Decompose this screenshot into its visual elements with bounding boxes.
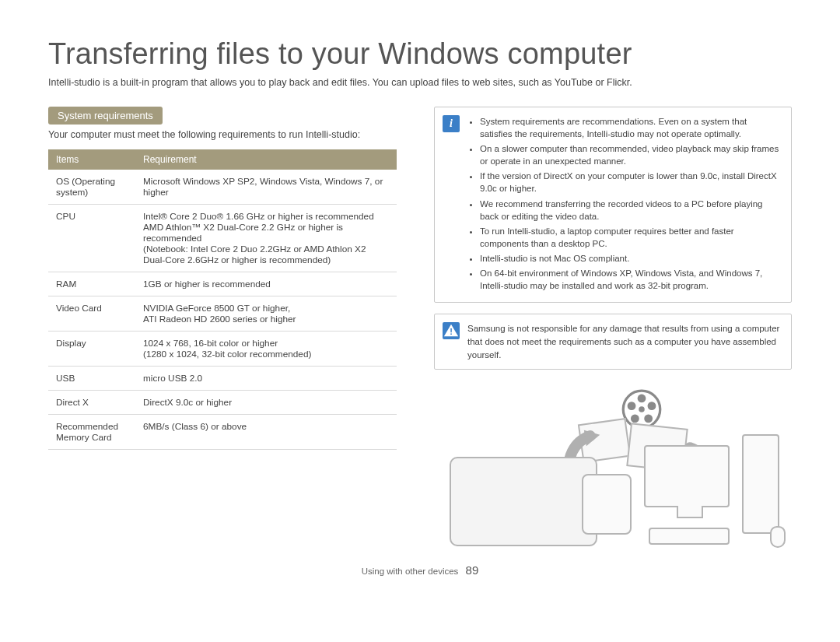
table-row: Direct XDirectX 9.0c or higher [48, 391, 397, 415]
svg-point-5 [648, 402, 656, 411]
table-row: Display1024 x 768, 16-bit color or highe… [48, 332, 397, 367]
cell-requirement: 1024 x 768, 16-bit color or higher (1280… [135, 332, 397, 367]
cell-requirement: Intel® Core 2 Duo® 1.66 GHz or higher is… [135, 205, 397, 272]
svg-text:!: ! [450, 327, 453, 336]
cell-requirement: NVIDIA GeForce 8500 GT or higher, ATI Ra… [135, 296, 397, 332]
left-column: System requirements Your computer must m… [48, 107, 397, 554]
table-row: Video CardNVIDIA GeForce 8500 GT or high… [48, 296, 397, 332]
cell-item: RAM [48, 272, 135, 296]
note-item: We recommend transferring the recorded v… [480, 198, 780, 223]
cell-item: CPU [48, 205, 135, 272]
cell-item: OS (Operating system) [48, 170, 135, 205]
page-footer: Using with other devices 89 [48, 563, 792, 577]
table-row: CPUIntel® Core 2 Duo® 1.66 GHz or higher… [48, 205, 397, 272]
th-items: Items [48, 149, 135, 170]
section-badge: System requirements [48, 107, 163, 125]
note-item: On a slower computer than recommended, v… [480, 142, 780, 167]
svg-point-7 [631, 415, 639, 423]
section-subnote: Your computer must meet the following re… [48, 129, 397, 140]
info-note-box: i System requirements are recommendation… [434, 107, 792, 303]
warning-icon: ! [443, 322, 460, 339]
svg-point-4 [638, 395, 646, 403]
requirements-table: Items Requirement OS (Operating system)M… [48, 149, 397, 450]
table-row: Recommended Memory Card6MB/s (Class 6) o… [48, 415, 397, 450]
cell-requirement: 6MB/s (Class 6) or above [135, 415, 397, 450]
note-item: To run Intelli-studio, a laptop computer… [480, 225, 780, 250]
note-icon: i [443, 115, 460, 132]
note-item: On 64-bit environment of Windows XP, Win… [480, 267, 780, 292]
cell-item: USB [48, 367, 135, 391]
svg-point-8 [628, 402, 636, 411]
cell-item: Display [48, 332, 135, 367]
transfer-illustration [434, 387, 792, 554]
warning-note-box: ! Samsung is not responsible for any dam… [434, 314, 792, 370]
page-title: Transferring files to your Windows compu… [48, 37, 792, 71]
cell-item: Recommended Memory Card [48, 415, 135, 450]
svg-point-6 [644, 415, 653, 423]
intro-text: Intelli-studio is a built-in program tha… [48, 77, 792, 88]
cell-requirement: 1GB or higher is recommended [135, 272, 397, 296]
right-column: i System requirements are recommendation… [434, 107, 792, 554]
note-item: Intelli-studio is not Mac OS compliant. [480, 252, 780, 265]
camcorder-icon [450, 457, 597, 546]
page-number: 89 [466, 563, 479, 577]
table-row: USBmicro USB 2.0 [48, 367, 397, 391]
note-item: If the version of DirectX on your comput… [480, 170, 780, 195]
cell-item: Direct X [48, 391, 135, 415]
cell-requirement: Microsoft Windows XP SP2, Windows Vista,… [135, 170, 397, 205]
notes-list: System requirements are recommendations.… [467, 115, 780, 294]
footer-section-label: Using with other devices [362, 567, 459, 576]
cell-requirement: micro USB 2.0 [135, 367, 397, 391]
svg-point-9 [639, 406, 645, 412]
cell-requirement: DirectX 9.0c or higher [135, 391, 397, 415]
warning-text: Samsung is not responsible for any damag… [467, 322, 780, 361]
table-row: RAM1GB or higher is recommended [48, 272, 397, 296]
table-row: OS (Operating system)Microsoft Windows X… [48, 170, 397, 205]
th-requirement: Requirement [135, 149, 397, 170]
note-item: System requirements are recommendations.… [480, 115, 780, 140]
cell-item: Video Card [48, 296, 135, 332]
desktop-pc-icon [644, 431, 784, 548]
